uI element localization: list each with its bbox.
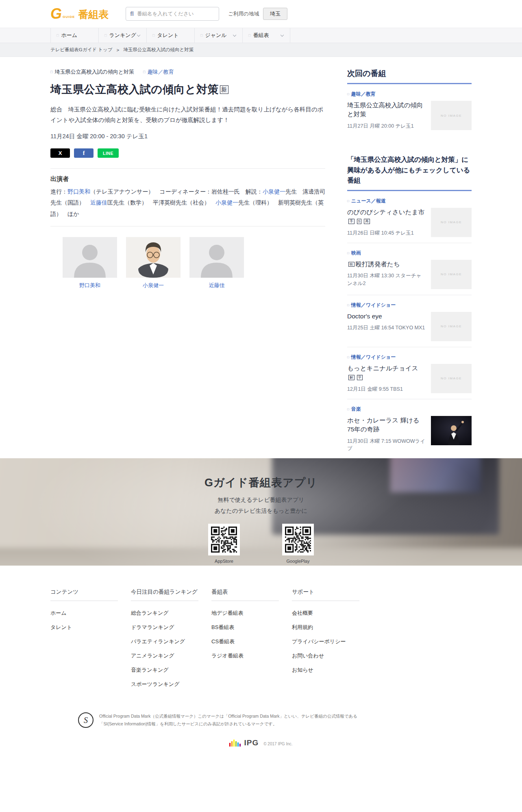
sidebar-program-title-link[interactable]: 埼玉県公立高校入試の傾向と対策 <box>347 101 426 119</box>
footer-link[interactable]: BS番組表 <box>211 624 234 630</box>
sidebar-genre-link[interactable]: 情報／ワイドショー <box>351 302 396 309</box>
footer-link[interactable]: ラジオ番組表 <box>211 653 244 659</box>
footer-link[interactable]: 音楽ランキング <box>131 667 169 673</box>
breadcrumb-home-link[interactable]: テレビ番組表Gガイド トップ <box>50 47 113 53</box>
no-image-placeholder[interactable]: NO IMAGE <box>431 208 472 237</box>
no-image-placeholder[interactable]: NO IMAGE <box>431 260 472 289</box>
footer-link[interactable]: プライバシーポリシー <box>292 638 346 644</box>
sidebar-program-title-link[interactable]: もっとキニナルチョイス解字 <box>347 364 426 382</box>
breadcrumb-separator: > <box>117 48 120 52</box>
sidebar-genre-link[interactable]: 情報／ワイドショー <box>351 354 396 361</box>
next-program-heading: 次回の番組 <box>347 68 472 84</box>
share-facebook-button[interactable]: f <box>74 148 94 158</box>
program-thumbnail-image[interactable] <box>431 416 472 445</box>
app-store-qr-googleplay[interactable]: GooglePlay <box>282 524 314 564</box>
related-programs-heading: 「埼玉県公立高校入試の傾向と対策」に興味がある人が他にもチェックしている番組 <box>347 155 472 191</box>
no-image-label: NO IMAGE <box>441 272 462 276</box>
sidebar-program-item: □映画映殴打誘発者たち11月30日 木曜 13:30 スターチャンネル2NO I… <box>347 243 472 295</box>
footer-link[interactable]: 総合ランキング <box>131 610 169 616</box>
nav-item-2[interactable]: □タレント <box>146 28 194 43</box>
program-description: 総合 埼玉県公立高校入試に臨む受験生に向けた入試対策番組！過去問題を取り上げなが… <box>50 104 325 125</box>
chevron-down-icon <box>281 33 284 36</box>
cast-photo-placeholder[interactable] <box>63 237 117 278</box>
share-line-button[interactable]: LINE <box>98 148 119 158</box>
footer-link[interactable]: 利用規約 <box>292 624 313 630</box>
app-promo-line1: 無料で使えるテレビ番組表アプリ <box>0 496 522 504</box>
nav-item-1[interactable]: □ランキング <box>98 28 146 43</box>
app-store-qr-appstore[interactable]: AppStore <box>208 524 240 564</box>
no-image-label: NO IMAGE <box>441 324 462 328</box>
footer-column-heading: サポート <box>292 588 359 601</box>
region-button[interactable]: 埼玉 <box>263 8 287 20</box>
sidebar-program-title-link[interactable]: のびのびシティさいたま市手S再 <box>347 208 426 226</box>
nav-item-icon: □ <box>57 33 59 37</box>
share-x-button[interactable]: X <box>50 148 70 158</box>
footer-link[interactable]: アニメランキング <box>131 653 174 659</box>
nav-item-label: 番組表 <box>253 32 269 39</box>
cast-member-link[interactable]: 小泉健一 <box>215 199 238 206</box>
sidebar-genre-link[interactable]: ニュース／報道 <box>351 198 386 205</box>
sidebar-program-item: □音楽ホセ・カレーラス 輝ける75年の奇跡11月30日 木曜 7:15 WOWO… <box>347 399 472 458</box>
footer-link[interactable]: 会社概要 <box>292 610 313 616</box>
search-icon: fl <box>130 11 134 17</box>
footer-column-1: 今日注目の番組ランキング総合ランキングドラマランキングバラエティランキングアニメ… <box>131 588 198 694</box>
store-label: AppStore <box>208 559 240 564</box>
nav-item-label: ジャンル <box>205 32 226 39</box>
sidebar-program-item: □情報／ワイドショーDoctor's eye11月25日 土曜 16:54 TO… <box>347 295 472 347</box>
footer-link[interactable]: お知らせ <box>292 667 313 673</box>
cast-name-link[interactable]: 近藤佳 <box>209 282 225 289</box>
nav-item-4[interactable]: □番組表 <box>242 28 290 43</box>
footer-link[interactable]: スポーツランキング <box>131 681 179 687</box>
cast-name-link[interactable]: 小泉健一 <box>143 282 164 289</box>
nav-item-0[interactable]: □ホーム <box>50 28 98 43</box>
app-promo-section: Gガイド番組表アプリ 無料で使えるテレビ番組表アプリ あなたのテレビ生活をもっと… <box>0 458 522 566</box>
sidebar-program-date: 12月1日 金曜 9:55 TBS1 <box>347 385 426 393</box>
cast-member-link[interactable]: 近藤佳 <box>90 199 107 206</box>
nav-item-label: ランキング <box>109 32 136 39</box>
nav-item-3[interactable]: □ジャンル <box>194 28 242 43</box>
cast-member-link[interactable]: 小泉健一 <box>263 188 285 195</box>
program-genre-link[interactable]: □ 趣味／教育 <box>143 68 174 76</box>
footer-link[interactable]: お問い合わせ <box>292 653 324 659</box>
copyright: © 2017 IPG Inc. <box>263 742 292 746</box>
nav-item-icon: □ <box>200 33 202 37</box>
nav-item-icon: □ <box>104 33 107 37</box>
footer-link[interactable]: タレント <box>50 624 72 630</box>
search-input[interactable] <box>137 11 215 17</box>
cast-card: 野口美和 <box>63 237 117 289</box>
no-image-label: NO IMAGE <box>441 377 462 380</box>
footer-link[interactable]: ホーム <box>50 610 67 616</box>
app-promo-line2: あなたのテレビ生活をもっと豊かに <box>0 507 522 515</box>
footer-link[interactable]: バラエティランキング <box>131 638 185 644</box>
sidebar-program-title-link[interactable]: 映殴打誘発者たち <box>347 260 426 269</box>
cast-member-link[interactable]: 野口美和 <box>67 188 90 195</box>
gguide-logo-text: 番組表 <box>78 9 109 20</box>
new-program-badge: 新 <box>220 85 229 94</box>
sidebar-program-item: □ニュース／報道のびのびシティさいたま市手S再11月26日 日曜 10:45 テ… <box>347 191 472 243</box>
sidebar-genre-link[interactable]: 趣味／教育 <box>351 91 376 98</box>
no-image-placeholder[interactable]: NO IMAGE <box>431 312 472 341</box>
ipg-logo-text: IPG <box>244 738 259 747</box>
footer-link[interactable]: 地デジ番組表 <box>211 610 244 616</box>
sidebar-genre-link[interactable]: 映画 <box>351 250 361 257</box>
footer-link[interactable]: CS番組表 <box>211 638 235 644</box>
program-tag: □ 埼玉県公立高校入試の傾向と対策 <box>50 68 134 76</box>
program-attribute-badge: 再 <box>364 219 370 224</box>
official-mark-description: Official Program Data Mark（公式番組情報マーク）このマ… <box>99 712 359 728</box>
cast-photo-placeholder[interactable] <box>189 237 244 278</box>
app-promo-title: Gガイド番組表アプリ <box>0 475 522 490</box>
no-image-label: NO IMAGE <box>441 114 462 118</box>
sidebar-program-title-link[interactable]: ホセ・カレーラス 輝ける75年の奇跡 <box>347 416 426 434</box>
nav-item-label: ホーム <box>61 32 77 39</box>
sidebar-genre-link[interactable]: 音楽 <box>351 406 361 413</box>
no-image-placeholder[interactable]: NO IMAGE <box>431 364 472 393</box>
genre-tag-icon: □ <box>347 303 349 307</box>
sidebar-program-title-link[interactable]: Doctor's eye <box>347 312 426 321</box>
cast-name-link[interactable]: 野口美和 <box>79 282 100 289</box>
footer-link[interactable]: ドラマランキング <box>131 624 174 630</box>
gguide-logo[interactable]: G GUIDE 番組表 <box>50 8 109 20</box>
no-image-placeholder[interactable]: NO IMAGE <box>431 101 472 130</box>
sidebar: 次回の番組 □趣味／教育埼玉県公立高校入試の傾向と対策11月27日 月曜 20:… <box>347 68 472 458</box>
cast-photo[interactable] <box>126 237 181 278</box>
nav-item-icon: □ <box>248 33 250 37</box>
